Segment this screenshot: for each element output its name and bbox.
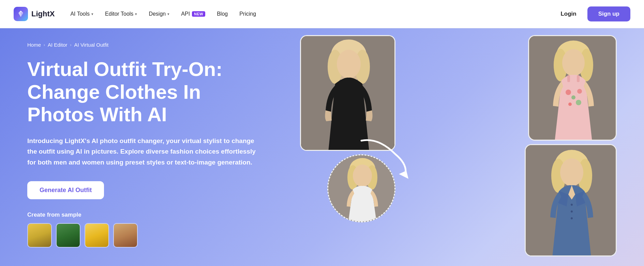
nav-blog[interactable]: Blog [212, 8, 233, 20]
nav-editor-tools[interactable]: Editor Tools ▾ [100, 8, 142, 20]
hero-title: Virtual Outfit Try-On: Change Clothes In… [27, 58, 273, 126]
sample-thumbnails [27, 223, 273, 248]
woman-floral-img [529, 36, 616, 140]
hero-section: Home › AI Editor › AI Virtual Outfit Vir… [0, 28, 644, 266]
svg-point-30 [353, 165, 372, 187]
signup-button[interactable]: Sign up [587, 6, 630, 21]
chevron-down-icon: ▾ [167, 12, 169, 16]
breadcrumb-sep-2: › [70, 43, 72, 47]
logo[interactable]: LightX [14, 7, 55, 21]
svg-point-11 [566, 90, 571, 95]
hero-description: Introducing LightX's AI photo outfit cha… [27, 136, 259, 168]
create-sample-label: Create from sample [27, 212, 273, 218]
svg-point-15 [576, 100, 581, 105]
sample-thumb-2[interactable] [56, 223, 80, 248]
woman-denim-img [526, 145, 616, 255]
new-badge: NEW [192, 11, 205, 17]
breadcrumb-current: AI Virtual Outfit [74, 42, 109, 48]
nav-items: AI Tools ▾ Editor Tools ▾ Design ▾ API N… [65, 8, 555, 20]
svg-rect-16 [567, 75, 570, 82]
woman-black-img [301, 36, 394, 150]
hero-images [293, 28, 644, 266]
logo-text: LightX [31, 10, 55, 18]
login-button[interactable]: Login [555, 8, 582, 20]
navbar: LightX AI Tools ▾ Editor Tools ▾ Design … [0, 0, 644, 28]
hero-image-floral-outfit [528, 35, 617, 141]
svg-point-22 [560, 158, 583, 186]
hero-image-denim-outfit [525, 144, 617, 256]
svg-point-10 [562, 49, 585, 76]
nav-pricing[interactable]: Pricing [235, 8, 261, 20]
nav-right: Login Sign up [555, 6, 630, 21]
breadcrumb-ai-editor[interactable]: AI Editor [48, 42, 68, 48]
nav-api[interactable]: API NEW [176, 8, 210, 20]
nav-design[interactable]: Design ▾ [144, 8, 174, 20]
hero-content: Home › AI Editor › AI Virtual Outfit Vir… [0, 28, 293, 266]
breadcrumb-sep-1: › [44, 43, 45, 47]
logo-icon [14, 7, 28, 21]
nav-ai-tools[interactable]: AI Tools ▾ [65, 8, 98, 20]
hero-image-circle-white [327, 154, 395, 222]
sample-thumb-1[interactable] [27, 223, 52, 248]
chevron-down-icon: ▾ [135, 12, 137, 16]
svg-point-23 [571, 204, 573, 206]
svg-point-25 [571, 217, 573, 219]
svg-rect-17 [577, 75, 580, 82]
svg-point-24 [571, 210, 573, 213]
sample-thumb-4[interactable] [113, 223, 138, 248]
sample-thumb-3[interactable] [85, 223, 109, 248]
generate-outfit-button[interactable]: Generate AI Outfit [27, 181, 104, 199]
chevron-down-icon: ▾ [91, 12, 93, 16]
svg-point-13 [577, 89, 582, 94]
breadcrumb: Home › AI Editor › AI Virtual Outfit [27, 42, 273, 48]
hero-image-black-outfit [300, 35, 395, 151]
svg-point-5 [337, 50, 361, 78]
svg-point-12 [571, 95, 575, 99]
breadcrumb-home[interactable]: Home [27, 42, 41, 48]
svg-point-14 [568, 103, 572, 106]
